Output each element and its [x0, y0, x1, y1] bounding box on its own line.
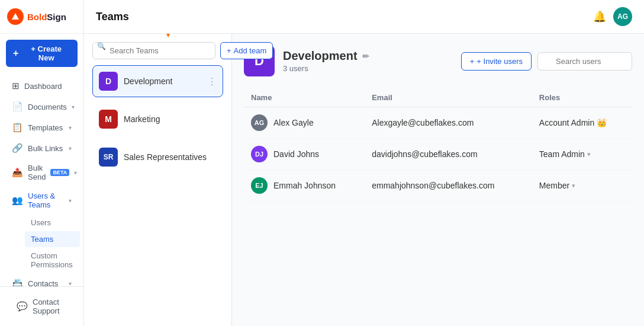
- beta-badge: BETA: [50, 169, 69, 176]
- contact-support-label: Contact Support: [33, 298, 67, 315]
- add-team-button[interactable]: + Add team: [220, 42, 273, 59]
- bulk-links-icon: 🔗: [12, 143, 23, 154]
- contact-support-item[interactable]: 💬 Contact Support: [8, 293, 75, 320]
- subnav-item-teams[interactable]: Teams: [25, 231, 80, 247]
- sidebar-item-label: Bulk Links: [28, 144, 63, 153]
- bulk-send-icon: 📤: [12, 167, 23, 178]
- sidebar-item-bulk-send[interactable]: 📤 Bulk Send BETA ▾: [4, 159, 80, 186]
- sidebar-footer: 💬 Contact Support: [0, 286, 83, 326]
- team-detail-actions: + + Invite users 🔍: [461, 52, 632, 71]
- sidebar-item-users-teams[interactable]: 👥 Users & Teams ▾: [4, 187, 80, 214]
- sidebar-item-bulk-links[interactable]: 🔗 Bulk Links ▾: [4, 138, 80, 158]
- member-name: Emmah Johnson: [273, 181, 336, 190]
- search-icon: 🔍: [97, 42, 106, 50]
- team-avatar-marketing: M: [99, 110, 118, 129]
- documents-icon: 📄: [12, 101, 23, 112]
- header-actions: 🔔 AG: [593, 7, 632, 26]
- role-label: Member: [539, 181, 569, 190]
- team-item-sales-representatives[interactable]: SR Sales Representatives: [92, 141, 223, 173]
- member-name-cell: AG Alex Gayle: [244, 107, 365, 139]
- col-header-name: Name: [244, 88, 365, 107]
- member-name-cell: EJ Emmah Johnson: [244, 170, 365, 202]
- role-label: Team Admin: [539, 149, 585, 159]
- role-dropdown-icon[interactable]: ▾: [587, 151, 591, 158]
- main-body: ▼ 🔍 + Add team D Development ⋮: [84, 34, 644, 326]
- member-avatar-emmah-johnson: EJ: [251, 177, 268, 194]
- team-item-marketing[interactable]: M Marketing: [92, 103, 223, 135]
- notifications-icon[interactable]: 🔔: [593, 10, 606, 23]
- create-new-label: + Create New: [22, 44, 70, 62]
- role-label: Account Admin: [539, 118, 594, 127]
- table-header: Name Email Roles: [244, 88, 632, 107]
- role-dropdown-icon[interactable]: ▾: [572, 182, 575, 190]
- sidebar-item-label: Dashboard: [24, 82, 62, 91]
- sidebar-item-templates[interactable]: 📋 Templates ▾: [4, 117, 80, 138]
- subnav-item-users[interactable]: Users: [25, 215, 80, 231]
- sidebar-item-label: Bulk Send: [28, 164, 46, 181]
- sidebar-item-documents[interactable]: 📄 Documents ▾: [4, 97, 80, 117]
- page-title: Teams: [96, 11, 129, 23]
- chevron-down-icon: ▾: [72, 104, 75, 110]
- member-name: Alex Gayle: [273, 118, 314, 127]
- team-detail-header: D Development ✏ 3 users + + Invite users: [244, 46, 632, 76]
- user-avatar[interactable]: AG: [613, 7, 632, 26]
- invite-users-button[interactable]: + + Invite users: [461, 52, 532, 71]
- sidebar: BoldSign + + Create New ⊞ Dashboard 📄 Do…: [0, 0, 84, 326]
- team-name-development: Development: [124, 76, 201, 86]
- teams-toolbar-wrapper: ▼ 🔍 + Add team: [92, 42, 223, 59]
- sidebar-nav: ⊞ Dashboard 📄 Documents ▾ 📋 Templates ▾ …: [0, 73, 83, 286]
- table-row: EJ Emmah Johnson emmahjohnson@cubeflakes…: [244, 170, 632, 202]
- chevron-down-icon: ▾: [69, 145, 72, 152]
- member-name-wrapper: EJ Emmah Johnson: [251, 177, 358, 194]
- col-header-roles: Roles: [532, 88, 632, 107]
- contact-support-icon: 💬: [17, 301, 28, 312]
- search-teams-wrapper: 🔍: [92, 42, 215, 59]
- member-email: davidjohns@cubeflakes.com: [365, 139, 532, 170]
- team-name-sales-representatives: Sales Representatives: [124, 152, 217, 162]
- member-role-cell: Member ▾: [532, 170, 632, 202]
- add-team-label: Add team: [234, 46, 267, 55]
- role-cell: Member ▾: [539, 181, 625, 190]
- subnav-item-custom-permissions[interactable]: Custom Permissions: [25, 248, 80, 273]
- team-detail-count: 3 users: [283, 64, 369, 73]
- logo-icon: [7, 8, 24, 25]
- sidebar-item-contacts[interactable]: 📇 Contacts ▾: [4, 273, 80, 286]
- templates-icon: 📋: [12, 122, 23, 133]
- sidebar-item-label: Contacts: [28, 279, 58, 287]
- member-avatar-alex-gayle: AG: [251, 114, 268, 131]
- sidebar-item-dashboard[interactable]: ⊞ Dashboard: [4, 76, 80, 96]
- search-users-input[interactable]: [537, 52, 632, 71]
- team-more-icon[interactable]: ⋮: [207, 76, 217, 87]
- role-cell: Account Admin 👑: [539, 118, 625, 127]
- member-role-cell: Team Admin ▾: [532, 139, 632, 170]
- team-avatar-development: D: [99, 72, 118, 91]
- chevron-down-icon: ▾: [69, 197, 72, 204]
- table-row: AG Alex Gayle Alexgayle@cubeflakes.com A…: [244, 107, 632, 139]
- crown-icon: 👑: [597, 118, 607, 127]
- members-tbody: AG Alex Gayle Alexgayle@cubeflakes.com A…: [244, 107, 632, 202]
- dashboard-icon: ⊞: [12, 81, 20, 91]
- col-header-email: Email: [365, 88, 532, 107]
- logo-text: BoldSign: [27, 12, 66, 22]
- member-name-wrapper: DJ David Johns: [251, 146, 358, 162]
- create-new-button[interactable]: + + Create New: [6, 40, 78, 67]
- chevron-down-icon: ▾: [69, 280, 72, 287]
- team-detail-name-block: Development ✏ 3 users: [283, 49, 369, 73]
- members-table: Name Email Roles AG Alex Gayle Alexg: [244, 88, 632, 202]
- sidebar-item-label: Documents: [28, 103, 67, 111]
- sidebar-item-label: Templates: [28, 123, 63, 132]
- team-name-text: Development: [283, 49, 358, 63]
- member-avatar-david-johns: DJ: [251, 146, 268, 162]
- member-email: Alexgayle@cubeflakes.com: [365, 107, 532, 139]
- edit-icon[interactable]: ✏: [362, 52, 369, 61]
- team-item-development[interactable]: D Development ⋮: [92, 65, 223, 97]
- plus-icon: +: [470, 57, 475, 66]
- team-name-marketing: Marketing: [124, 114, 217, 124]
- teams-panel: ▼ 🔍 + Add team D Development ⋮: [84, 34, 232, 326]
- chevron-down-icon: ▾: [74, 170, 77, 176]
- search-teams-input[interactable]: [92, 42, 215, 59]
- arrow-indicator: ▼: [162, 34, 175, 41]
- teams-toolbar: 🔍 + Add team: [92, 42, 223, 59]
- table-row: DJ David Johns davidjohns@cubeflakes.com…: [244, 139, 632, 170]
- member-name-cell: DJ David Johns: [244, 139, 365, 170]
